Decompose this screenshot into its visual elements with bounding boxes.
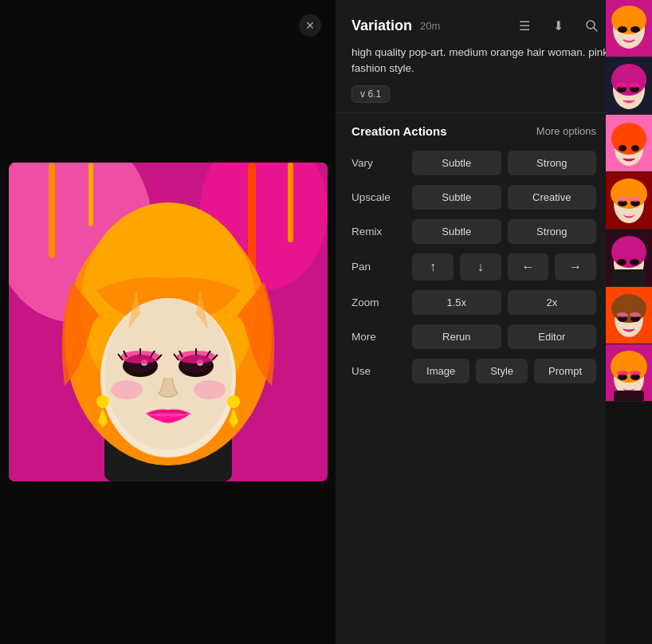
pan-right-button[interactable]: → bbox=[555, 253, 596, 281]
svg-point-23 bbox=[111, 380, 143, 399]
svg-rect-4 bbox=[88, 163, 93, 226]
pan-label: Pan bbox=[352, 261, 406, 273]
svg-point-63 bbox=[630, 312, 641, 317]
svg-rect-56 bbox=[612, 269, 646, 287]
variation-title: Variation bbox=[352, 18, 412, 34]
thumbnail-strip bbox=[606, 0, 652, 644]
info-section: Variation 20m ☰ ⬇ ♡ high quality pop-art… bbox=[336, 0, 652, 113]
svg-point-70 bbox=[630, 371, 641, 375]
svg-point-21 bbox=[96, 395, 109, 408]
actions-section: Creation Actions More options Vary Subtl… bbox=[336, 113, 652, 645]
svg-point-53 bbox=[611, 236, 646, 268]
main-image bbox=[9, 163, 328, 481]
remix-strong-button[interactable]: Strong bbox=[508, 219, 596, 244]
use-row: Use Image Style Prompt bbox=[352, 359, 596, 383]
svg-point-12 bbox=[104, 298, 232, 450]
pan-up-button[interactable]: ↑ bbox=[412, 253, 454, 281]
thumbnail-1[interactable] bbox=[606, 0, 652, 57]
title-group: Variation 20m bbox=[352, 18, 440, 34]
remix-label: Remix bbox=[352, 226, 406, 238]
svg-point-69 bbox=[617, 371, 628, 375]
vary-row: Vary Subtle Strong bbox=[352, 151, 596, 175]
svg-rect-71 bbox=[614, 391, 644, 402]
use-label: Use bbox=[352, 365, 406, 377]
zoom-2x-button[interactable]: 2x bbox=[508, 290, 596, 315]
header-row: Variation 20m ☰ ⬇ ♡ bbox=[352, 14, 636, 37]
search-icon-btn[interactable] bbox=[580, 14, 603, 37]
upscale-creative-button[interactable]: Creative bbox=[508, 185, 596, 210]
svg-point-55 bbox=[630, 259, 639, 265]
thumbnail-2[interactable] bbox=[606, 57, 652, 115]
menu-icon-btn[interactable]: ☰ bbox=[513, 14, 536, 37]
upscale-subtle-button[interactable]: Subtle bbox=[412, 185, 501, 210]
right-panel: Variation 20m ☰ ⬇ ♡ high quality pop-art… bbox=[336, 0, 652, 644]
svg-point-22 bbox=[227, 395, 240, 408]
svg-point-50 bbox=[630, 197, 641, 202]
svg-point-62 bbox=[617, 312, 628, 317]
zoom-row: Zoom 1.5x 2x bbox=[352, 290, 596, 315]
pan-left-button[interactable]: ← bbox=[508, 253, 549, 281]
zoom-1-5x-button[interactable]: 1.5x bbox=[412, 290, 501, 315]
actions-header: Creation Actions More options bbox=[352, 124, 596, 138]
svg-point-49 bbox=[617, 197, 628, 202]
more-row: More Rerun Editor bbox=[352, 324, 596, 349]
remix-row: Remix Subtle Strong bbox=[352, 219, 596, 244]
svg-point-46 bbox=[611, 179, 647, 209]
svg-point-30 bbox=[618, 26, 627, 33]
thumbnail-4[interactable] bbox=[606, 172, 652, 230]
svg-point-37 bbox=[616, 83, 627, 88]
svg-rect-3 bbox=[49, 163, 55, 258]
vary-subtle-button[interactable]: Subtle bbox=[412, 151, 501, 175]
close-icon: × bbox=[306, 18, 315, 34]
use-style-button[interactable]: Style bbox=[476, 359, 528, 383]
remix-subtle-button[interactable]: Subtle bbox=[412, 219, 501, 244]
svg-point-38 bbox=[629, 83, 640, 88]
vary-label: Vary bbox=[352, 157, 406, 169]
download-icon-btn[interactable]: ⬇ bbox=[547, 14, 569, 37]
svg-point-34 bbox=[611, 64, 646, 96]
close-button[interactable]: × bbox=[299, 14, 321, 37]
more-label: More bbox=[352, 331, 406, 343]
version-badge: v 6.1 bbox=[352, 85, 390, 103]
more-options-button[interactable]: More options bbox=[536, 125, 596, 137]
pan-row: Pan ↑ ↓ ← → bbox=[352, 253, 596, 281]
thumbnail-3[interactable] bbox=[606, 115, 652, 172]
actions-title: Creation Actions bbox=[352, 124, 446, 138]
use-image-button[interactable]: Image bbox=[412, 359, 469, 383]
svg-rect-6 bbox=[288, 163, 293, 242]
svg-point-59 bbox=[611, 294, 646, 323]
thumbnail-7[interactable] bbox=[606, 344, 652, 402]
rerun-button[interactable]: Rerun bbox=[412, 324, 501, 349]
upscale-label: Upscale bbox=[352, 191, 406, 203]
vary-strong-button[interactable]: Strong bbox=[508, 151, 596, 175]
svg-point-42 bbox=[619, 145, 626, 151]
svg-point-66 bbox=[611, 351, 647, 383]
svg-point-31 bbox=[630, 26, 640, 33]
svg-line-26 bbox=[594, 28, 597, 31]
thumbnail-5[interactable] bbox=[606, 230, 652, 287]
left-panel: × bbox=[0, 0, 336, 644]
thumbnail-6[interactable] bbox=[606, 287, 652, 344]
editor-button[interactable]: Editor bbox=[508, 324, 596, 349]
zoom-label: Zoom bbox=[352, 296, 406, 308]
prompt-text: high quality pop-art. medium orange hair… bbox=[352, 45, 636, 77]
svg-point-54 bbox=[617, 259, 626, 265]
svg-point-24 bbox=[194, 380, 226, 399]
use-prompt-button[interactable]: Prompt bbox=[534, 359, 596, 383]
time-badge: 20m bbox=[420, 20, 440, 32]
pan-down-button[interactable]: ↓ bbox=[460, 253, 501, 281]
svg-point-41 bbox=[611, 123, 646, 155]
upscale-row: Upscale Subtle Creative bbox=[352, 185, 596, 210]
svg-point-29 bbox=[611, 6, 646, 34]
pop-art-illustration bbox=[9, 163, 328, 481]
svg-point-43 bbox=[631, 145, 639, 151]
